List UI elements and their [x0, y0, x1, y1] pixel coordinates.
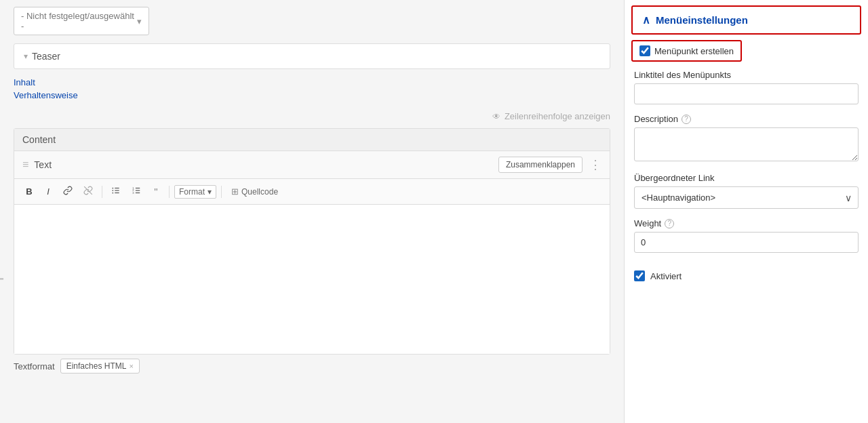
textformat-value: Einfaches HTML: [66, 361, 127, 371]
textformat-select[interactable]: Einfaches HTML ×: [60, 359, 140, 374]
linktitel-field-group: Linktitel des Menüpunkts: [634, 70, 859, 104]
quellcode-label: Quellcode: [241, 187, 278, 197]
blockquote-button[interactable]: ": [148, 183, 164, 200]
text-label: Text: [34, 159, 52, 170]
svg-point-4: [112, 188, 113, 189]
row-order-row: 👁 Zeilenreihenfolge anzeigen: [14, 111, 610, 121]
eye-icon: 👁: [492, 112, 500, 121]
menu-settings-title: Menüeinstellungen: [656, 14, 748, 26]
menu-settings-header: ∧ Menüeinstellungen: [631, 5, 861, 35]
inhalt-link[interactable]: Inhalt: [14, 77, 610, 87]
textformat-row: Textformat Einfaches HTML ×: [14, 359, 610, 374]
description-field-group: Description ?: [634, 114, 859, 163]
uebergeordnet-label: Übergeordneter Link: [634, 173, 859, 183]
editor-toolbar: B I 123 " Format ▾ ⊞ Qu: [14, 179, 610, 205]
more-options-icon[interactable]: ⋮: [589, 157, 601, 172]
not-set-label: - Nicht festgelegt/ausgewählt -: [21, 11, 137, 31]
zusammenklappen-button[interactable]: Zusammenklappen: [498, 157, 583, 173]
quellcode-button[interactable]: ⊞ Quellcode: [226, 184, 283, 199]
textformat-close-icon: ×: [129, 362, 133, 370]
format-dropdown[interactable]: Format ▾: [174, 185, 216, 199]
move-icon[interactable]: ✛: [0, 272, 4, 287]
left-panel: - Nicht festgelegt/ausgewählt - ▾ ▾ Teas…: [0, 0, 624, 423]
content-box-header: Content: [14, 129, 610, 151]
text-row-left: ≡ Text: [22, 159, 52, 171]
format-arrow: ▾: [208, 187, 212, 197]
content-box: Content ≡ Text Zusammenklappen ⋮ B I: [14, 128, 610, 355]
menu-settings-chevron-icon: ∧: [642, 14, 650, 26]
uebergeordnet-select-wrapper: <Hauptnavigation> ∨: [634, 186, 859, 209]
editor-area[interactable]: [14, 205, 610, 354]
right-panel-fields: Linktitel des Menüpunkts Description ? Ü…: [625, 67, 868, 265]
link-button[interactable]: [59, 183, 77, 200]
weight-input[interactable]: [634, 232, 859, 253]
weight-help-icon: ?: [665, 219, 674, 228]
handle-icon[interactable]: ≡: [22, 159, 28, 171]
aktiviert-checkbox[interactable]: [634, 270, 645, 281]
svg-point-5: [112, 190, 113, 191]
ordered-list-button[interactable]: 123: [127, 183, 145, 200]
toolbar-divider-2: [169, 186, 170, 198]
not-set-chevron: ▾: [137, 16, 142, 26]
format-label: Format: [179, 187, 205, 197]
bold-button[interactable]: B: [21, 184, 37, 199]
italic-button[interactable]: I: [40, 184, 56, 199]
textformat-label: Textformat: [14, 361, 55, 371]
not-set-dropdown[interactable]: - Nicht festgelegt/ausgewählt - ▾: [14, 7, 149, 35]
svg-point-6: [112, 193, 113, 194]
content-label: Content: [22, 134, 56, 145]
right-panel: ∧ Menüeinstellungen Menüpunkt erstellen …: [624, 0, 868, 423]
links-row: Inhalt Verhaltensweise: [14, 77, 610, 100]
aktiviert-row: Aktiviert: [634, 270, 859, 281]
menu-checkbox-row: Menüpunkt erstellen: [631, 40, 742, 62]
verhaltensweise-link[interactable]: Verhaltensweise: [14, 90, 610, 100]
uebergeordnet-select[interactable]: <Hauptnavigation>: [634, 186, 859, 209]
quellcode-icon: ⊞: [231, 186, 239, 197]
text-row: ≡ Text Zusammenklappen ⋮: [14, 151, 610, 179]
unlink-button[interactable]: [79, 183, 97, 200]
top-dropdown-row: - Nicht festgelegt/ausgewählt - ▾: [14, 7, 610, 35]
menu-punkt-checkbox[interactable]: [639, 45, 650, 56]
aktiviert-label: Aktiviert: [650, 271, 682, 281]
teaser-label: Teaser: [32, 51, 60, 62]
weight-field-group: Weight ?: [634, 218, 859, 253]
description-help-icon: ?: [682, 115, 691, 124]
svg-text:3: 3: [132, 191, 134, 195]
unordered-list-button[interactable]: [107, 183, 125, 200]
teaser-collapse-icon: ▾: [24, 52, 28, 61]
linktitel-input[interactable]: [634, 83, 859, 104]
menu-punkt-label: Menüpunkt erstellen: [654, 46, 734, 56]
teaser-section[interactable]: ▾ Teaser: [14, 43, 610, 69]
description-input[interactable]: [634, 127, 859, 161]
linktitel-label: Linktitel des Menüpunkts: [634, 70, 859, 80]
toolbar-divider-1: [102, 186, 102, 198]
row-order-label: Zeilenreihenfolge anzeigen: [505, 111, 610, 121]
description-label: Description ?: [634, 114, 859, 124]
toolbar-divider-3: [221, 186, 222, 198]
uebergeordnet-field-group: Übergeordneter Link <Hauptnavigation> ∨: [634, 173, 859, 209]
weight-label: Weight ?: [634, 218, 859, 228]
